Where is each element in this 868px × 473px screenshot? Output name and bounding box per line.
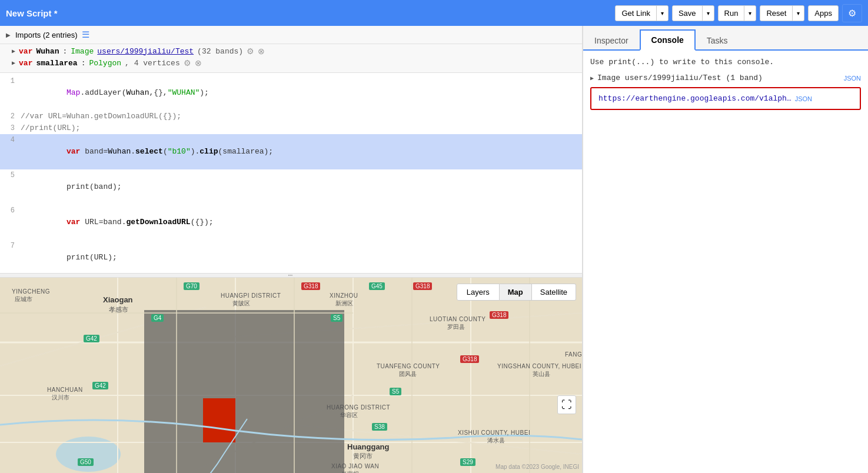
code-line-6: 6 var URL=band.getDownloadURL({});	[0, 205, 582, 240]
editor-panel: ▶ Imports (2 entries) ☰ ▶ var Wuhan : Im…	[0, 26, 583, 473]
console-entry-image[interactable]: ▶ Image users/1999jialiu/Test (1 band) J…	[590, 74, 861, 82]
map-controls: Layers Map Satellite	[457, 284, 576, 301]
var-smallarea-delete-icon[interactable]: ⊗	[195, 58, 202, 68]
console-url-box[interactable]: https://earthengine.googleapis.com/v1alp…	[590, 87, 861, 110]
reset-dropdown[interactable]: ▾	[793, 6, 804, 21]
settings-button[interactable]: ⚙	[842, 4, 862, 22]
save-button[interactable]: Save ▾	[672, 5, 714, 21]
map-type-map-button[interactable]: Map	[500, 284, 532, 301]
var-row-smallarea: ▶ var smallarea : Polygon , 4 vertices ⚙…	[12, 57, 576, 69]
console-tabs: Inspector Console Tasks	[583, 26, 868, 51]
console-hint: Use print(...) to write to this console.	[590, 58, 861, 66]
script-title: New Script *	[6, 8, 58, 18]
imports-label: Imports (2 entries)	[15, 31, 77, 39]
console-url-text[interactable]: https://earthengine.googleapis.com/v1alp…	[598, 94, 791, 103]
tab-inspector[interactable]: Inspector	[583, 31, 640, 51]
apps-button[interactable]: Apps	[808, 5, 839, 21]
var-wuhan-settings-icon[interactable]: ⚙	[247, 46, 254, 56]
console-content: Use print(...) to write to this console.…	[583, 51, 868, 473]
entry-toggle-icon: ▶	[590, 75, 594, 82]
right-panel: Inspector Console Tasks Use print(...) t…	[583, 26, 868, 473]
entry-json-badge[interactable]: JSON	[844, 75, 861, 82]
main-content: ▶ Imports (2 entries) ☰ ▶ var Wuhan : Im…	[0, 26, 868, 473]
layers-button[interactable]: Layers	[457, 284, 500, 301]
var-smallarea-settings-icon[interactable]: ⚙	[184, 58, 191, 68]
run-button[interactable]: Run ▾	[718, 5, 757, 21]
svg-rect-18	[203, 398, 235, 442]
code-line-3: 3 //print(URL);	[0, 122, 582, 134]
map-type-satellite-button[interactable]: Satellite	[532, 284, 576, 301]
imports-toggle[interactable]: ▶	[6, 32, 11, 38]
var-wuhan-toggle[interactable]: ▶	[12, 48, 15, 55]
code-line-2: 2 //var URL=Wuhan.getDownloadURL({});	[0, 111, 582, 122]
var-row-wuhan: ▶ var Wuhan : Image users/1999jialiu/Tes…	[12, 45, 576, 57]
code-line-7: 7 print(URL);	[0, 240, 582, 273]
map-watermark: Map data ©2023 Google, INEGI	[495, 464, 579, 470]
svg-rect-17	[144, 310, 344, 473]
get-link-main[interactable]: Get Link	[616, 6, 656, 21]
map-svg	[0, 278, 582, 473]
top-bar: New Script * Get Link ▾ Save ▾ Run ▾ Res…	[0, 0, 868, 26]
vars-section: ▶ var Wuhan : Image users/1999jialiu/Tes…	[0, 44, 582, 73]
var-smallarea-toggle[interactable]: ▶	[12, 59, 15, 66]
console-url-json-badge[interactable]: JSON	[795, 95, 812, 102]
get-link-dropdown[interactable]: ▾	[657, 6, 668, 21]
imports-bar: ▶ Imports (2 entries) ☰	[0, 26, 582, 44]
var-wuhan-delete-icon[interactable]: ⊗	[258, 46, 265, 56]
resize-handle[interactable]	[0, 273, 582, 278]
entry-text: Image users/1999jialiu/Test (1 band)	[597, 74, 763, 82]
run-dropdown[interactable]: ▾	[744, 6, 756, 21]
code-line-5: 5 print(band);	[0, 169, 582, 205]
gear-icon: ⚙	[848, 8, 856, 18]
save-dropdown[interactable]: ▾	[703, 6, 714, 21]
map-area[interactable]: Xiaogan 孝感市 YINGCHENG 应城市 HANCHUAN 汉川市 H…	[0, 278, 582, 473]
run-main[interactable]: Run	[719, 6, 745, 21]
code-editor[interactable]: 1 Map.addLayer(Wuhan,{},"WUHAN"); 2 //va…	[0, 73, 582, 273]
tab-console[interactable]: Console	[640, 29, 696, 51]
reset-main[interactable]: Reset	[760, 6, 793, 21]
fullscreen-button[interactable]: ⛶	[557, 395, 576, 414]
code-line-4: 4 var band=Wuhan.select("b10").clip(smal…	[0, 134, 582, 169]
tab-tasks[interactable]: Tasks	[696, 31, 739, 51]
code-line-1: 1 Map.addLayer(Wuhan,{},"WUHAN");	[0, 75, 582, 111]
get-link-button[interactable]: Get Link ▾	[615, 5, 668, 21]
reset-button[interactable]: Reset ▾	[760, 5, 804, 21]
imports-icon: ☰	[82, 29, 89, 40]
save-main[interactable]: Save	[673, 6, 703, 21]
